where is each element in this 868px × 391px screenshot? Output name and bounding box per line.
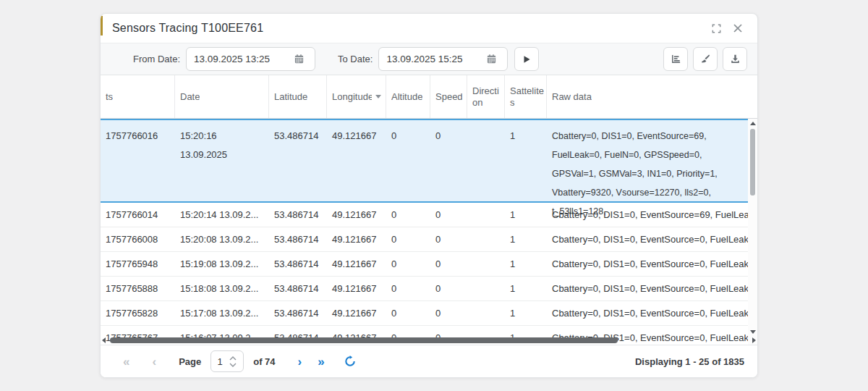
- cell-longitude: 49.121667: [327, 308, 386, 319]
- scroll-left-icon[interactable]: [102, 337, 106, 343]
- cell-ts: 1757765888: [101, 283, 175, 294]
- cell-date: 15:20:14 13.09.2...: [175, 209, 269, 220]
- first-page-button[interactable]: «: [123, 356, 129, 368]
- column-header-longitude[interactable]: Longitude: [327, 75, 386, 118]
- sensors-tracing-window: Sensors Tracing T100EE761 From Date:: [100, 13, 758, 378]
- column-menu-trigger-icon[interactable]: [375, 95, 381, 98]
- cell-raw-data: Cbattery=0, DIS1=0, EventSource=0, FuelL…: [547, 308, 748, 319]
- cell-longitude: 49.121667: [327, 234, 386, 245]
- calendar-icon[interactable]: [294, 54, 305, 64]
- from-date-field[interactable]: [186, 47, 315, 71]
- cell-latitude: 53.486714: [269, 283, 327, 294]
- table-row[interactable]: 1757765948 15:19:08 13.09.2... 53.486714…: [101, 252, 748, 277]
- horizontal-scrollbar[interactable]: [101, 336, 757, 345]
- to-date-input[interactable]: [386, 54, 486, 64]
- table-row[interactable]: 1757766008 15:20:08 13.09.2... 53.486714…: [101, 227, 748, 252]
- cell-raw-data: Cbattery=0, DIS1=0, EventSource=69, Fuel…: [547, 209, 748, 220]
- table-body-region: 1757766016 15:20:16 13.09.2025 53.486714…: [101, 119, 757, 345]
- from-date-input[interactable]: [194, 54, 294, 64]
- column-header-direction[interactable]: Direction: [467, 75, 505, 118]
- page-number-input[interactable]: [211, 356, 229, 367]
- cell-speed: 0: [430, 308, 467, 319]
- column-header-satellites[interactable]: Sattelites: [505, 75, 547, 118]
- table-row[interactable]: 1757766016 15:20:16 13.09.2025 53.486714…: [101, 119, 748, 203]
- cell-altitude: 0: [386, 234, 430, 245]
- window-title: Sensors Tracing T100EE761: [112, 22, 263, 35]
- cell-date: 15:18:08 13.09.2...: [175, 283, 269, 294]
- cell-raw-data: Cbattery=0, DIS1=0, EventSource=69, Fuel…: [547, 127, 748, 221]
- next-page-button[interactable]: ›: [298, 356, 302, 368]
- bar-chart-icon: [671, 54, 681, 64]
- scroll-up-icon[interactable]: [750, 122, 756, 125]
- cell-satellites: 1: [505, 258, 547, 269]
- vertical-scrollbar[interactable]: [748, 119, 757, 345]
- download-icon: [730, 54, 741, 64]
- displaying-status: Displaying 1 - 25 of 1835: [635, 356, 744, 367]
- last-page-button[interactable]: »: [318, 356, 324, 368]
- column-header-date[interactable]: Date: [175, 75, 269, 118]
- cell-satellites: 1: [505, 234, 547, 245]
- close-button[interactable]: [730, 20, 746, 36]
- prev-page-button[interactable]: ‹: [152, 356, 156, 368]
- cell-speed: 0: [430, 283, 467, 294]
- cell-latitude: 53.486714: [269, 127, 327, 146]
- cell-latitude: 53.486714: [269, 308, 327, 319]
- cell-satellites: 1: [505, 209, 547, 220]
- cell-longitude: 49.121667: [327, 127, 386, 146]
- play-icon: [522, 54, 532, 64]
- column-header-speed[interactable]: Speed: [430, 75, 467, 118]
- cell-longitude: 49.121667: [327, 258, 386, 269]
- to-date-label: To Date:: [338, 54, 373, 64]
- brush-icon: [700, 54, 711, 64]
- table-row[interactable]: 1757765828 15:17:08 13.09.2... 53.486714…: [101, 301, 748, 326]
- table-body: 1757766016 15:20:16 13.09.2025 53.486714…: [101, 119, 748, 345]
- column-header-altitude[interactable]: Altitude: [386, 75, 430, 118]
- cell-altitude: 0: [386, 283, 430, 294]
- run-query-button[interactable]: [514, 47, 539, 71]
- to-date-field[interactable]: [378, 47, 508, 71]
- cell-speed: 0: [430, 209, 467, 220]
- vertical-scroll-thumb[interactable]: [750, 129, 755, 196]
- column-header-raw-data[interactable]: Raw data: [547, 75, 757, 118]
- cell-speed: 0: [430, 127, 467, 146]
- cell-altitude: 0: [386, 308, 430, 319]
- filter-toolbar: From Date: To Date:: [101, 43, 757, 75]
- refresh-icon: [344, 356, 356, 367]
- cell-satellites: 1: [505, 308, 547, 319]
- cell-date: 15:20:08 13.09.2...: [175, 234, 269, 245]
- scroll-right-icon[interactable]: [752, 337, 756, 343]
- scroll-down-icon[interactable]: [750, 330, 756, 334]
- cell-latitude: 53.486714: [269, 234, 327, 245]
- cell-ts: 1757766008: [101, 234, 175, 245]
- maximize-button[interactable]: [708, 20, 724, 36]
- table-row[interactable]: 1757765888 15:18:08 13.09.2... 53.486714…: [101, 277, 748, 301]
- column-header-ts[interactable]: ts: [101, 75, 175, 118]
- cell-ts: 1757765828: [101, 308, 175, 319]
- page-number-spinner[interactable]: [210, 350, 244, 372]
- cell-longitude: 49.121667: [327, 209, 386, 220]
- spinner-up-icon[interactable]: [229, 356, 237, 361]
- total-pages-label: of 74: [253, 356, 275, 367]
- cell-ts: 1757766016: [101, 127, 175, 146]
- cell-ts: 1757766014: [101, 209, 175, 220]
- calendar-icon[interactable]: [486, 54, 497, 64]
- horizontal-scroll-thumb[interactable]: [110, 337, 618, 343]
- cell-date: 15:20:16 13.09.2025: [175, 127, 269, 164]
- spinner-down-icon[interactable]: [229, 363, 237, 367]
- cell-satellites: 1: [505, 127, 547, 146]
- from-date-label: From Date:: [133, 54, 180, 64]
- clear-button[interactable]: [693, 47, 718, 71]
- cell-altitude: 0: [386, 258, 430, 269]
- cell-speed: 0: [430, 258, 467, 269]
- page-label: Page: [179, 356, 201, 367]
- cell-latitude: 53.486714: [269, 209, 327, 220]
- column-header-latitude[interactable]: Latitude: [269, 75, 327, 118]
- download-button[interactable]: [723, 47, 747, 71]
- cell-ts: 1757765948: [101, 258, 175, 269]
- cell-raw-data: Cbattery=0, DIS1=0, EventSource=0, FuelL…: [547, 234, 748, 245]
- cell-speed: 0: [430, 234, 467, 245]
- refresh-button[interactable]: [344, 356, 356, 367]
- cell-raw-data: Cbattery=0, DIS1=0, EventSource=0, FuelL…: [547, 283, 748, 294]
- cell-date: 15:17:08 13.09.2...: [175, 308, 269, 319]
- chart-button[interactable]: [663, 47, 688, 71]
